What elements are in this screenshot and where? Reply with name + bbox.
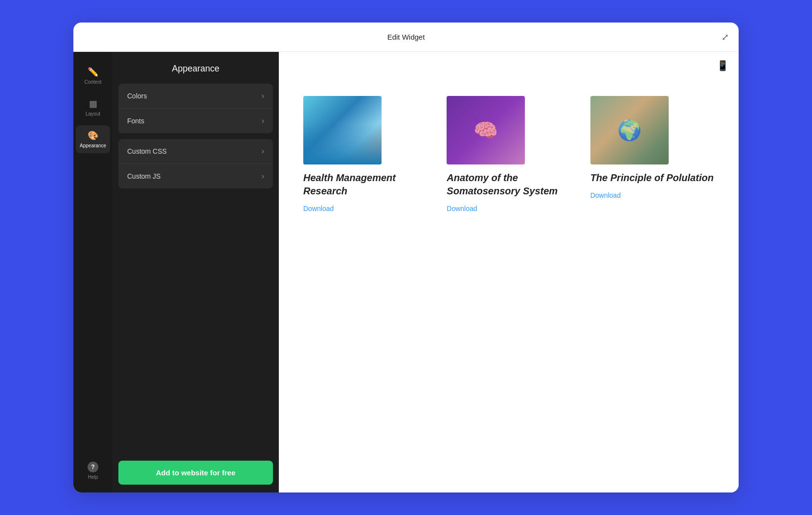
widget-grid: Health Management Research Download Anat… (303, 96, 714, 212)
expand-icon[interactable]: ⤢ (722, 32, 729, 43)
custom-css-label: Custom CSS (127, 147, 167, 155)
panel-title: Appearance (172, 64, 219, 73)
widget-card-anatomy: Anatomy of the Somatosensory System Down… (447, 96, 570, 212)
modal-body: ✏️ Content ▦ Layout 🎨 Appearance ? Help … (73, 52, 739, 492)
panel-content: Colors › Fonts › Custom CSS › Cust (113, 84, 279, 453)
content-icon: ✏️ (88, 67, 98, 77)
sidebar-item-appearance[interactable]: 🎨 Appearance (76, 125, 110, 153)
sidebar-label-appearance: Appearance (80, 143, 106, 148)
sidebar-label-layout: Layout (86, 111, 100, 117)
colors-menu-item[interactable]: Colors › (118, 84, 273, 109)
widget-card-principle: The Principle of Polulation Download (590, 96, 714, 212)
appearance-icon: 🎨 (88, 130, 98, 141)
card-title-principle: The Principle of Polulation (590, 171, 714, 185)
sidebar-label-help: Help (88, 474, 98, 480)
fonts-chevron: › (262, 117, 264, 125)
card-thumb-anatomy (447, 96, 525, 164)
card-title-anatomy: Anatomy of the Somatosensory System (447, 171, 570, 198)
sidebar-item-layout[interactable]: ▦ Layout (76, 94, 110, 121)
modal-header: Edit Widget ⤢ (73, 23, 739, 52)
card-download-health[interactable]: Download (303, 205, 427, 212)
sidebar-item-help[interactable]: ? Help (76, 457, 110, 485)
panel-header: Appearance (113, 52, 279, 84)
edit-widget-modal: Edit Widget ⤢ ✏️ Content ▦ Layout 🎨 Appe… (73, 23, 739, 492)
colors-fonts-group: Colors › Fonts › (118, 84, 273, 133)
custom-js-chevron: › (262, 172, 264, 181)
colors-chevron: › (262, 92, 264, 100)
middle-panel: Appearance Colors › Fonts › (113, 52, 279, 492)
card-thumb-health (303, 96, 382, 164)
fonts-menu-item[interactable]: Fonts › (118, 109, 273, 133)
help-icon: ? (88, 462, 98, 472)
custom-css-menu-item[interactable]: Custom CSS › (118, 139, 273, 164)
sidebar-label-content: Content (84, 79, 101, 85)
panel-footer: Add to website for free (113, 453, 279, 492)
card-thumb-principle (590, 96, 669, 164)
layout-icon: ▦ (89, 98, 97, 109)
custom-css-chevron: › (262, 147, 264, 156)
custom-js-menu-item[interactable]: Custom JS › (118, 164, 273, 188)
fonts-label: Fonts (127, 117, 144, 125)
custom-group: Custom CSS › Custom JS › (118, 139, 273, 188)
sidebar-item-content[interactable]: ✏️ Content (76, 62, 110, 90)
card-download-anatomy[interactable]: Download (447, 205, 570, 212)
card-download-principle[interactable]: Download (590, 191, 714, 199)
custom-js-label: Custom JS (127, 172, 160, 180)
colors-label: Colors (127, 92, 147, 100)
widget-card-health: Health Management Research Download (303, 96, 427, 212)
mobile-preview-icon[interactable]: 📱 (717, 60, 729, 71)
modal-title: Edit Widget (387, 33, 425, 41)
main-content: 📱 Health Management Research Download An… (279, 52, 739, 492)
left-sidebar: ✏️ Content ▦ Layout 🎨 Appearance ? Help (73, 52, 113, 492)
card-title-health: Health Management Research (303, 171, 427, 198)
add-to-website-button[interactable]: Add to website for free (118, 461, 273, 485)
